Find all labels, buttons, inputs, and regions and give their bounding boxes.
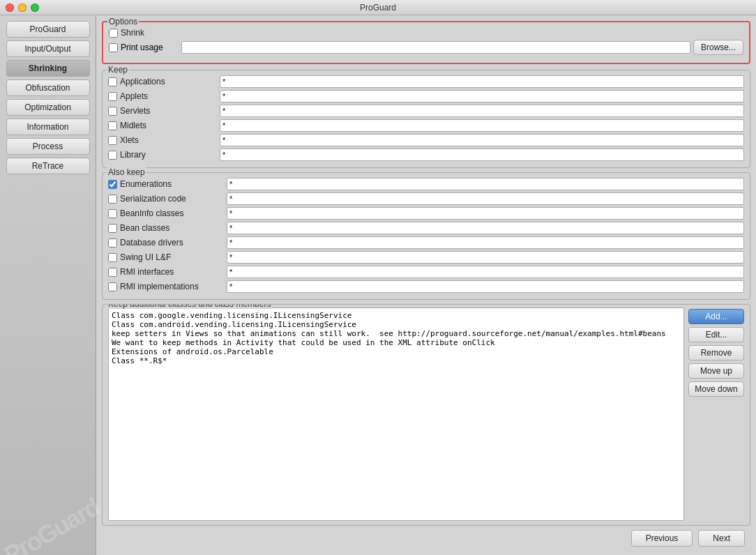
row-serialization-code: Serialization code [108,192,744,205]
edit-button[interactable]: Edit... [688,327,744,342]
row-midlets: Midlets [108,119,744,132]
row-database-drivers: Database drivers [108,236,744,249]
checkbox-bean-classes[interactable] [108,224,117,233]
input-database-drivers[interactable] [227,236,744,249]
options-group: Options Shrink Print usage Browse... [102,21,750,64]
row-applications: Applications [108,75,744,88]
label-database-drivers: Database drivers [108,238,227,248]
print-usage-checkbox[interactable] [109,43,118,52]
sidebar-item-input-output[interactable]: Input/Output [6,40,90,57]
input-applications[interactable] [220,75,744,88]
input-library[interactable] [220,149,744,161]
options-label: Options [107,17,139,26]
row-applets: Applets [108,90,744,102]
next-button[interactable]: Next [698,530,745,547]
print-usage-row: Print usage Browse... [109,40,743,55]
sidebar: ProGuard Input/Output Shrinking Obfuscat… [0,15,96,555]
label-applets: Applets [108,91,220,101]
move-up-button[interactable]: Move up [688,363,744,379]
window-controls[interactable] [6,3,39,12]
shrink-checkbox[interactable] [109,29,118,38]
also-keep-rows: EnumerationsSerialization codeBeanInfo c… [108,178,744,293]
shrink-row: Shrink [109,28,743,38]
main-content: Options Shrink Print usage Browse... Kee… [96,15,756,555]
input-midlets[interactable] [220,119,744,132]
add-button[interactable]: Add... [688,309,744,324]
additional-textarea[interactable] [108,307,684,521]
checkbox-beaninfo-classes[interactable] [108,209,117,218]
row-beaninfo-classes: BeanInfo classes [108,207,744,220]
row-bean-classes: Bean classes [108,222,744,234]
row-library: Library [108,149,744,161]
additional-group: Keep additional classes and class member… [102,304,750,526]
label-bean-classes: Bean classes [108,223,227,233]
input-xlets[interactable] [220,134,744,146]
checkbox-xlets[interactable] [108,136,117,145]
sidebar-item-information[interactable]: Information [6,119,90,135]
label-beaninfo-classes: BeanInfo classes [108,208,227,218]
input-rmi-interfaces[interactable] [227,266,744,278]
input-enumerations[interactable] [227,178,744,190]
checkbox-applets[interactable] [108,92,117,101]
label-rmi-interfaces: RMI interfaces [108,267,227,277]
label-midlets: Midlets [108,121,220,130]
sidebar-item-optimization[interactable]: Optimization [6,99,90,116]
keep-rows: ApplicationsAppletsServletsMidletsXletsL… [108,75,744,161]
maximize-button[interactable] [31,3,39,12]
window-title: ProGuard [360,3,396,13]
checkbox-rmi-implementations[interactable] [108,282,117,291]
remove-button[interactable]: Remove [688,345,744,360]
browse-button[interactable]: Browse... [693,40,743,55]
checkbox-midlets[interactable] [108,121,117,130]
sidebar-item-shrinking[interactable]: Shrinking [6,60,90,77]
checkbox-rmi-interfaces[interactable] [108,268,117,277]
row-rmi-interfaces: RMI interfaces [108,266,744,278]
keep-label: Keep [107,65,129,75]
bottom-bar: Previous Next [102,526,750,549]
sidebar-item-retrace[interactable]: ReTrace [6,158,90,174]
also-keep-label: Also keep [107,167,146,177]
checkbox-database-drivers[interactable] [108,238,117,248]
sidebar-item-proguard[interactable]: ProGuard [6,21,90,38]
row-xlets: Xlets [108,134,744,146]
input-applets[interactable] [220,90,744,102]
row-servlets: Servlets [108,105,744,117]
input-serialization-code[interactable] [227,192,744,205]
input-bean-classes[interactable] [227,222,744,234]
also-keep-group: Also keep EnumerationsSerialization code… [102,172,750,300]
label-enumerations: Enumerations [108,179,227,189]
label-applications: Applications [108,77,220,86]
label-xlets: Xlets [108,135,220,145]
input-beaninfo-classes[interactable] [227,207,744,220]
checkbox-applications[interactable] [108,77,117,86]
label-library: Library [108,150,220,160]
title-bar: ProGuard [0,0,756,15]
checkbox-library[interactable] [108,151,117,160]
app-body: ProGuard Input/Output Shrinking Obfuscat… [0,15,756,555]
checkbox-servlets[interactable] [108,107,117,116]
minimize-button[interactable] [18,3,27,12]
checkbox-enumerations[interactable] [108,180,117,189]
input-swing-ui-laf[interactable] [227,251,744,264]
shrink-label: Shrink [109,28,220,38]
checkbox-serialization-code[interactable] [108,195,117,204]
label-serialization-code: Serialization code [108,194,227,204]
input-servlets[interactable] [220,105,744,117]
additional-buttons: Add... Edit... Remove Move up Move down [688,307,744,521]
sidebar-item-obfuscation[interactable]: Obfuscation [6,79,90,96]
move-down-button[interactable]: Move down [688,381,744,397]
label-servlets: Servlets [108,106,220,116]
input-rmi-implementations[interactable] [227,280,744,293]
row-enumerations: Enumerations [108,178,744,190]
print-usage-label: Print usage [109,43,179,52]
close-button[interactable] [6,3,14,12]
label-rmi-implementations: RMI implementations [108,282,227,291]
checkbox-swing-ui-laf[interactable] [108,253,117,262]
sidebar-item-process[interactable]: Process [6,138,90,155]
row-swing-ui-laf: Swing UI L&F [108,251,744,264]
label-swing-ui-laf: Swing UI L&F [108,252,227,262]
print-usage-input[interactable] [181,41,690,54]
row-rmi-implementations: RMI implementations [108,280,744,293]
previous-button[interactable]: Previous [631,530,693,547]
additional-label: Keep additional classes and class member… [107,304,272,309]
